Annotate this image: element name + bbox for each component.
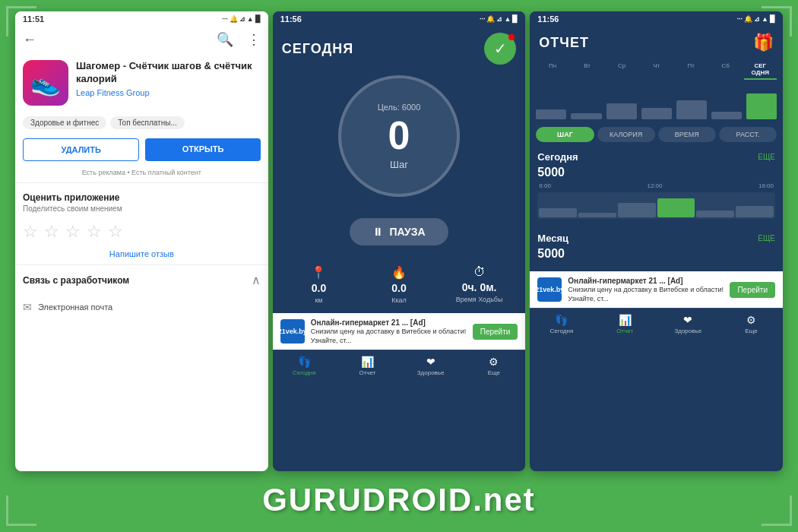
status-time-3: 11:56 <box>537 14 559 24</box>
pause-label: ПАУЗА <box>389 226 425 238</box>
chart-bar-4 <box>657 198 695 217</box>
day-tab-today[interactable]: СЕГОДНЯ <box>744 60 777 80</box>
ad-logo-3: 21vek.by <box>537 277 562 302</box>
check-button[interactable]: ✓ <box>484 33 516 65</box>
day-tab-fri[interactable]: Пт <box>674 60 708 80</box>
tag-health[interactable]: Здоровье и фитнес <box>23 116 106 129</box>
month-section: Месяц ЕЩЕ 5000 <box>530 228 783 268</box>
time-axis-6: 6:00 <box>539 182 551 189</box>
search-icon[interactable]: 🔍 <box>217 31 233 48</box>
more-nav-icon-3: ⚙ <box>746 314 756 326</box>
bottom-nav-2: 👣 Сегодня 📊 Отчет ❤ Здоровье ⚙ Еще <box>273 350 526 382</box>
health-nav-icon-3: ❤ <box>683 314 692 326</box>
nav-health-label: Здоровье <box>417 369 445 376</box>
bar-mon <box>536 109 566 119</box>
corner-decoration-tl <box>6 6 36 36</box>
more-icon[interactable]: ⋮ <box>247 31 261 48</box>
mini-chart <box>536 84 777 122</box>
report-title: ОТЧЕТ <box>539 35 589 51</box>
today-nav-icon-3: 👣 <box>555 314 568 326</box>
nav-report-3[interactable]: 📊 Отчет <box>594 312 657 337</box>
day-tab-tue[interactable]: Вт <box>571 60 604 80</box>
kcal-label: Ккал <box>391 296 407 304</box>
ad-button-2[interactable]: Перейти <box>473 324 518 340</box>
chart-bar-5 <box>696 211 734 217</box>
brand-name: GURUDROID.net <box>0 482 798 518</box>
status-bar-1: 11:51 ··· 🔔 ⊿ ▲ ▉ <box>15 11 268 27</box>
status-bar-2: 11:56 ··· 🔔 ⊿ ▲ ▉ <box>273 11 526 27</box>
filter-distance[interactable]: РАССТ. <box>719 127 777 142</box>
filter-calorie[interactable]: КАЛОРИЯ <box>597 127 655 142</box>
report-nav-icon-3: 📊 <box>619 314 632 326</box>
nav-more-2[interactable]: ⚙ Еще <box>462 353 525 378</box>
nav-more-label-3: Еще <box>745 328 757 334</box>
dev-contact-row[interactable]: Связь с разработчиком ∧ <box>15 264 268 295</box>
time-value: 0ч. 0м. <box>462 281 497 293</box>
developer-name[interactable]: Leap Fitness Group <box>76 88 261 97</box>
chart-bar-1 <box>539 208 577 217</box>
filter-time[interactable]: ВРЕМЯ <box>658 127 716 142</box>
day-tab-mon[interactable]: Пн <box>536 60 569 80</box>
nav-more-3[interactable]: ⚙ Еще <box>720 312 783 337</box>
nav-report-label-3: Отчет <box>616 328 633 334</box>
star-3[interactable]: ☆ <box>65 222 81 242</box>
more-nav-icon: ⚙ <box>489 356 499 368</box>
month-section-title: Месяц <box>537 233 568 244</box>
nav-today-3[interactable]: 👣 Сегодня <box>530 312 593 337</box>
time-label: Время Ходьбы <box>456 296 503 303</box>
kcal-value: 0.0 <box>391 282 406 294</box>
ads-note: Есть реклама • Есть платный контент <box>15 167 268 178</box>
app-name: Шагомер - Счётчик шагов & счётчик калори… <box>76 60 261 86</box>
ad-desc-2: Снизили цену на доставку в Витебске и об… <box>311 328 467 345</box>
star-4[interactable]: ☆ <box>87 222 102 242</box>
bar-thu <box>641 108 672 119</box>
kcal-stat: 🔥 0.0 Ккал <box>360 265 438 304</box>
app-details: Шагомер - Счётчик шагов & счётчик калори… <box>76 60 261 97</box>
day-tab-thu[interactable]: Чт <box>640 60 673 80</box>
app-buttons: УДАЛИТЬ ОТКРЫТЬ <box>15 132 268 167</box>
email-icon: ✉ <box>23 301 32 313</box>
time-axis-18: 18:00 <box>758 182 774 189</box>
goal-text: Цель: 6000 <box>378 103 421 112</box>
km-label: км <box>315 296 322 304</box>
nav-more-label: Еще <box>488 369 500 376</box>
write-review[interactable]: Напишите отзыв <box>15 246 268 264</box>
bar-today <box>746 93 777 119</box>
nav-health-2[interactable]: ❤ Здоровье <box>399 353 462 378</box>
km-value: 0.0 <box>312 282 326 294</box>
month-value: 5000 <box>537 247 775 261</box>
today-chart <box>537 192 775 219</box>
ad-banner-2: 21vek.by Онлайн-гипермаркет 21 ... [Ad] … <box>273 313 526 350</box>
today-more-btn[interactable]: ЕЩЕ <box>758 153 775 161</box>
status-icons-2: ··· 🔔 ⊿ ▲ ▉ <box>480 15 518 23</box>
star-2[interactable]: ☆ <box>44 222 59 242</box>
day-tab-sat[interactable]: Сб <box>709 60 743 80</box>
ad-title-2: Онлайн-гипермаркет 21 ... [Ad] <box>311 318 467 328</box>
ad-desc-3: Снизили цену на доставку в Витебске и об… <box>568 286 724 303</box>
day-tab-wed[interactable]: Ср <box>605 60 638 80</box>
star-5[interactable]: ☆ <box>108 222 123 242</box>
star-1[interactable]: ☆ <box>23 222 38 242</box>
ad-button-3[interactable]: Перейти <box>730 282 775 298</box>
month-more-btn[interactable]: ЕЩЕ <box>758 234 775 242</box>
delete-button[interactable]: УДАЛИТЬ <box>23 138 139 161</box>
tag-top[interactable]: Топ бесплатны... <box>110 116 184 129</box>
email-text: Электронная почта <box>38 302 112 312</box>
ad-banner-3: 21vek.by Онлайн-гипермаркет 21 ... [Ad] … <box>530 271 783 308</box>
today-section-title: Сегодня <box>537 151 578 163</box>
nav-today-label: Сегодня <box>293 369 316 376</box>
day-tabs: Пн Вт Ср Чт Пт Сб СЕГОДНЯ <box>530 55 783 84</box>
fire-icon: 🔥 <box>391 265 407 280</box>
report-header: ОТЧЕТ 🎁 <box>530 27 783 55</box>
nav-today-2[interactable]: 👣 Сегодня <box>273 353 336 378</box>
nav-report-2[interactable]: 📊 Отчет <box>336 353 399 378</box>
time-axis: 6:00 12:00 18:00 <box>537 182 775 189</box>
nav-health-3[interactable]: ❤ Здоровье <box>657 312 720 337</box>
open-button[interactable]: ОТКРЫТЬ <box>145 138 260 161</box>
screens-container: 11:51 ··· 🔔 ⊿ ▲ ▉ ← 🔍 ⋮ 👟 <box>15 11 783 471</box>
filter-tabs: ШАГ КАЛОРИЯ ВРЕМЯ РАССТ. <box>530 122 783 147</box>
nav-health-label-3: Здоровье <box>674 328 701 334</box>
pause-button[interactable]: ⏸ ПАУЗА <box>350 218 448 245</box>
today-title: СЕГОДНЯ <box>282 41 354 57</box>
filter-step[interactable]: ШАГ <box>536 127 594 142</box>
